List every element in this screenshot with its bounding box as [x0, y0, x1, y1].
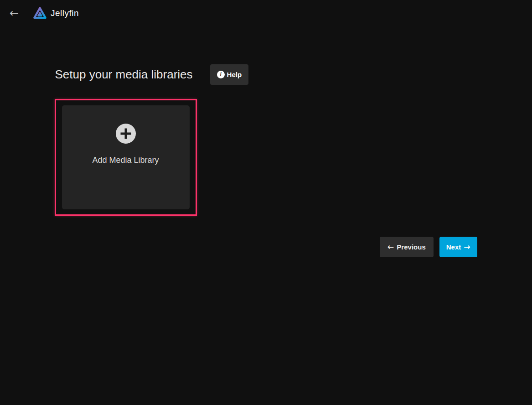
add-library-card-label: Add Media Library	[92, 156, 159, 165]
next-button[interactable]: Next →	[439, 237, 477, 257]
back-arrow-icon: ←	[10, 8, 19, 19]
wizard-page: Setup your media libraries i Help Add Me…	[55, 64, 477, 257]
wizard-nav: ← Previous Next →	[55, 237, 477, 257]
previous-button-label: Previous	[397, 243, 425, 251]
brand: Jellyfin	[32, 6, 79, 21]
plus-icon	[116, 124, 136, 144]
next-button-label: Next	[446, 243, 461, 251]
heading-row: Setup your media libraries i Help	[55, 64, 477, 85]
help-button[interactable]: i Help	[210, 64, 249, 85]
arrow-left-icon: ←	[387, 243, 394, 251]
jellyfin-logo-icon	[32, 6, 47, 21]
info-icon: i	[217, 71, 225, 78]
add-library-card-focus-ring: Add Media Library	[55, 99, 197, 216]
add-media-library-card[interactable]: Add Media Library	[62, 105, 190, 209]
arrow-right-icon: →	[464, 243, 470, 251]
previous-button[interactable]: ← Previous	[380, 237, 434, 257]
app-title: Jellyfin	[51, 8, 79, 18]
help-button-label: Help	[227, 71, 242, 78]
page-title: Setup your media libraries	[55, 68, 193, 82]
back-button[interactable]: ←	[6, 5, 22, 21]
app-header: ← Jellyfin	[0, 0, 532, 26]
